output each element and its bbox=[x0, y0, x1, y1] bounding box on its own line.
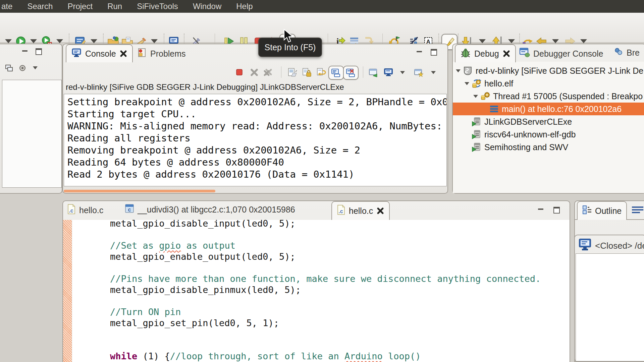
menu-item-ate[interactable]: ate bbox=[1, 2, 12, 11]
tab-terminal[interactable]: <Closed> /de bbox=[578, 238, 644, 253]
dropdown-icon[interactable] bbox=[427, 66, 439, 78]
debug-tree-label: main() at hello.c:76 0x200102a6 bbox=[502, 104, 622, 114]
svg-text:.c: .c bbox=[338, 208, 343, 214]
menu-item-help[interactable]: Help bbox=[236, 2, 253, 11]
c-window-icon: c bbox=[125, 204, 134, 215]
debug-tree-label: Semihosting and SWV bbox=[484, 142, 568, 152]
c-file-icon: .c bbox=[67, 204, 76, 217]
thread-icon bbox=[480, 92, 491, 101]
minimize-icon[interactable] bbox=[538, 208, 543, 210]
tab-debug-label: Debug bbox=[474, 49, 499, 59]
display-console-icon[interactable] bbox=[382, 66, 394, 78]
console-line: Removing breakpoint @ address 0x200102A6… bbox=[67, 144, 443, 156]
menu-item-search[interactable]: Search bbox=[27, 2, 53, 11]
left-view-panel bbox=[0, 44, 62, 194]
console-icon bbox=[71, 48, 82, 60]
dropdown-icon[interactable] bbox=[396, 66, 409, 78]
debug-tree-row[interactable]: Thread #1 57005 (Suspended : Breakpo bbox=[453, 90, 644, 103]
tab-debugger-console[interactable]: Debugger Console bbox=[519, 48, 603, 60]
menu-item-sifivetools[interactable]: SiFiveTools bbox=[137, 2, 178, 11]
view-menu-icon[interactable] bbox=[631, 206, 644, 216]
breakpoints-icon bbox=[614, 48, 623, 58]
close-icon[interactable] bbox=[502, 50, 511, 58]
main-toolbar: iA bbox=[0, 13, 644, 43]
debug-tree-row[interactable]: riscv64-unknown-elf-gdb bbox=[453, 128, 644, 141]
expander-icon[interactable] bbox=[463, 82, 471, 85]
code-line: metal_gpio_enable_output(led0, 5); bbox=[110, 251, 570, 262]
debug-tree-row[interactable]: Semihosting and SWV bbox=[453, 141, 644, 154]
terminate-console-icon[interactable] bbox=[233, 66, 246, 78]
editor-tab-0[interactable]: .c hello.c bbox=[67, 204, 103, 217]
editor-tab-label: __udivdi3() at libgcc2.c:1,070 0x2001598… bbox=[138, 205, 295, 215]
console-line: Read 2 bytes @ address 0x20010176 (Data … bbox=[67, 168, 443, 180]
debug-tree: red-v-blinky [SiFive GDB SEGGER J-Link D… bbox=[453, 62, 644, 193]
tab-debug[interactable]: Debug bbox=[455, 44, 516, 62]
maximize-icon[interactable] bbox=[36, 48, 42, 55]
console-line: Reading 64 bytes @ address 0x80000F40 bbox=[67, 156, 443, 168]
code-line: metal_gpio_disable_input(led0, 5); bbox=[110, 220, 570, 229]
remove-all-launches-icon[interactable] bbox=[262, 66, 274, 78]
pin-console-icon[interactable] bbox=[328, 66, 344, 80]
process-icon bbox=[471, 78, 482, 88]
menu-item-window[interactable]: Window bbox=[193, 2, 221, 11]
terminal-process-icon bbox=[471, 117, 482, 126]
remove-launch-icon[interactable] bbox=[248, 66, 260, 78]
debug-tree-label: red-v-blinky [SiFive GDB SEGGER J-Link D… bbox=[476, 66, 643, 76]
problems-icon bbox=[137, 48, 147, 60]
maximize-icon[interactable] bbox=[553, 207, 560, 214]
console-line: Reading all registers bbox=[67, 132, 443, 144]
scroll-lock-icon[interactable] bbox=[301, 66, 313, 78]
code-line: metal_gpio_disable_pinmux(led0, 5); bbox=[110, 284, 570, 295]
code-area[interactable]: metal_gpio_disable_input(led0, 5); //Set… bbox=[72, 220, 570, 362]
menu-bar: ateSearchProjectRunSiFiveToolsWindowHelp bbox=[0, 0, 644, 13]
tab-problems-label: Problems bbox=[150, 49, 186, 59]
terminal-content[interactable] bbox=[576, 253, 644, 361]
toolbar-separator bbox=[363, 66, 363, 78]
left-view-content[interactable] bbox=[2, 80, 62, 188]
console-process-label: red-v-blinky [SiFive GDB SEGGER J-Link D… bbox=[66, 82, 344, 92]
terminal-monitor-icon bbox=[578, 238, 592, 253]
word-wrap-icon[interactable] bbox=[315, 66, 327, 78]
new-console-icon[interactable] bbox=[413, 66, 425, 78]
minimize-icon[interactable] bbox=[417, 51, 422, 52]
expander-icon[interactable] bbox=[472, 95, 480, 98]
tab-outline[interactable]: Outline bbox=[577, 201, 627, 220]
editor-margin-hatch bbox=[63, 220, 72, 362]
c-file-icon: .c bbox=[337, 204, 345, 217]
tab-breakpoints[interactable]: Bre bbox=[614, 48, 640, 58]
tab-terminal-label: <Closed> /de bbox=[595, 241, 644, 251]
editor-tab-2-active[interactable]: .c hello.c bbox=[331, 201, 390, 220]
open-console-icon[interactable] bbox=[367, 66, 379, 78]
minimize-icon[interactable] bbox=[22, 50, 28, 52]
view-menu-icon[interactable] bbox=[33, 66, 38, 69]
menu-item-run[interactable]: Run bbox=[107, 2, 122, 11]
mouse-cursor bbox=[283, 29, 296, 45]
code-line: metal_gpio_set_pin(led0, 5, 1); bbox=[110, 317, 570, 328]
maximize-icon[interactable] bbox=[431, 49, 437, 56]
debug-tree-row[interactable]: main() at hello.c:76 0x200102a6 bbox=[453, 103, 644, 115]
code-line: //Pins have more than one function, make… bbox=[110, 273, 570, 284]
editor-tab-1[interactable]: c __udivdi3() at libgcc2.c:1,070 0x20015… bbox=[125, 204, 295, 215]
debug-tree-row[interactable]: hello.elf bbox=[453, 77, 644, 90]
tab-problems[interactable]: Problems bbox=[137, 48, 186, 60]
console-output[interactable]: Setting breakpoint @ address 0x200102A6,… bbox=[64, 94, 447, 186]
code-line: //Set as gpio as output bbox=[110, 240, 570, 251]
code-line bbox=[110, 295, 570, 306]
close-icon[interactable] bbox=[119, 50, 127, 58]
expander-icon[interactable] bbox=[454, 69, 462, 72]
tab-console-label: Console bbox=[85, 49, 116, 59]
filters-icon[interactable] bbox=[18, 64, 27, 74]
menu-item-project[interactable]: Project bbox=[67, 2, 93, 11]
tab-console[interactable]: Console bbox=[66, 44, 133, 62]
editor-tab-label: hello.c bbox=[349, 206, 373, 216]
tab-breakpoints-label: Bre bbox=[627, 48, 640, 58]
debug-tree-row[interactable]: JLinkGDBServerCLExe bbox=[453, 115, 644, 128]
terminal-process-icon bbox=[471, 142, 482, 152]
close-icon[interactable] bbox=[376, 207, 384, 215]
clear-console-icon[interactable] bbox=[286, 66, 299, 78]
collapse-all-icon[interactable] bbox=[5, 64, 13, 74]
display-selected-console-icon[interactable] bbox=[343, 66, 359, 80]
debug-tree-row[interactable]: red-v-blinky [SiFive GDB SEGGER J-Link D… bbox=[453, 64, 644, 77]
svg-text:.c: .c bbox=[69, 208, 73, 214]
code-line bbox=[110, 262, 570, 273]
